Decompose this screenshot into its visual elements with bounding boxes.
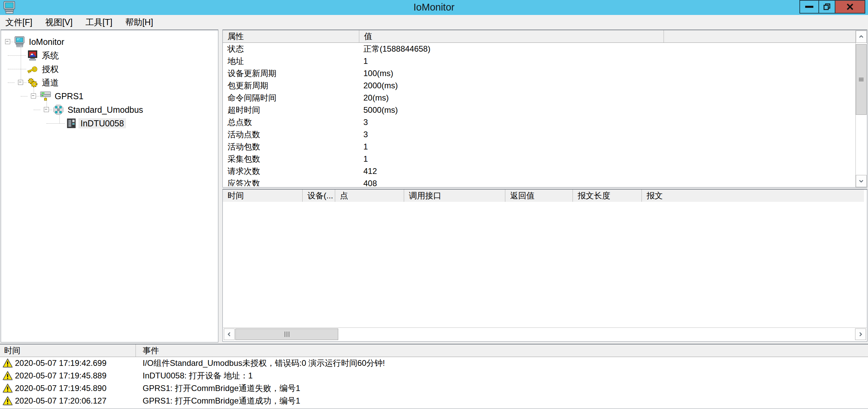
menu-item-tools[interactable]: 工具[T]	[84, 16, 114, 29]
event-header-event[interactable]: 事件	[136, 344, 868, 357]
thumb-grip	[284, 332, 290, 337]
properties-header-name[interactable]: 属性	[223, 30, 359, 42]
property-name: 活动包数	[223, 141, 359, 153]
app-window: IoMonitor 文件[F]视图[V]工具[T]帮助[H]	[0, 0, 868, 409]
property-row[interactable]: 活动包数1	[223, 141, 867, 153]
property-row[interactable]: 命令间隔时间20(ms)	[223, 92, 867, 104]
title-bar: IoMonitor	[0, 0, 868, 15]
event-time: 2020-05-07 17:20:06.127	[15, 395, 107, 407]
minus-icon	[45, 109, 47, 109]
property-name: 命令间隔时间	[223, 92, 359, 104]
device-icon	[66, 118, 77, 129]
tree-node-indtu0058[interactable]: InDTU0058	[1, 117, 218, 130]
tree-connector-line	[23, 83, 26, 83]
event-header-time[interactable]: 时间	[0, 344, 136, 357]
event-log-row[interactable]: 2020-05-07 17:20:06.127GPRS1: 打开CommBrid…	[0, 395, 868, 407]
server-icon	[40, 90, 51, 102]
tree-expand-toggle[interactable]	[5, 39, 10, 44]
scroll-right-button[interactable]	[855, 328, 866, 340]
scroll-left-button[interactable]	[224, 328, 235, 340]
io-header-time[interactable]: 时间	[223, 190, 303, 202]
properties-panel: 属性 值 状态正常(1588844658)地址1设备更新周期100(ms)包更新…	[222, 30, 867, 188]
tree-node-channel[interactable]: 通道	[1, 76, 218, 89]
property-value: 412	[359, 165, 377, 177]
tree-node-label: IoMonitor	[27, 37, 66, 47]
property-row[interactable]: 总点数3	[223, 116, 867, 128]
minus-icon	[32, 95, 34, 96]
menu-item-file[interactable]: 文件[F]	[4, 16, 34, 29]
event-log-row[interactable]: 2020-05-07 17:19:45.890GPRS1: 打开CommBrid…	[0, 382, 868, 395]
tree-node-gprs1[interactable]: GPRS1	[1, 89, 218, 103]
properties-vertical-scrollbar[interactable]	[855, 31, 867, 187]
property-row[interactable]: 包更新周期2000(ms)	[223, 79, 867, 92]
key-icon	[27, 63, 38, 75]
event-log-row[interactable]: 2020-05-07 17:19:45.889InDTU0058: 打开设备 地…	[0, 370, 868, 382]
property-row[interactable]: 状态正常(1588844658)	[223, 43, 867, 55]
property-value: 1	[359, 153, 368, 165]
scroll-thumb[interactable]	[856, 44, 867, 115]
warning-icon	[2, 358, 13, 369]
scroll-thumb[interactable]	[235, 328, 338, 340]
property-value: 2000(ms)	[359, 79, 398, 92]
properties-header: 属性 值	[223, 30, 867, 43]
event-time: 2020-05-07 17:19:45.889	[15, 370, 107, 382]
tree-node-label: InDTU0058	[78, 118, 126, 128]
property-value: 3	[359, 116, 368, 128]
property-row[interactable]: 采集包数1	[223, 153, 867, 165]
menu-item-help[interactable]: 帮助[H]	[124, 16, 155, 29]
properties-header-value[interactable]: 值	[359, 30, 664, 42]
property-row-partial[interactable]: 应答次数408	[223, 177, 867, 186]
property-name: 请求次数	[223, 165, 359, 177]
property-name: 超时时间	[223, 104, 359, 116]
io-header-point[interactable]: 点	[335, 190, 404, 202]
minimize-button[interactable]	[799, 0, 819, 14]
event-log-row[interactable]: 2020-05-07 17:19:42.699I/O组件Standard_Umo…	[0, 357, 868, 370]
io-header-device[interactable]: 设备(...	[303, 190, 335, 202]
close-button[interactable]	[835, 0, 865, 14]
property-name: 活动点数	[223, 128, 359, 141]
io-horizontal-scrollbar[interactable]	[223, 327, 867, 341]
property-value: 100(ms)	[359, 67, 393, 79]
property-row[interactable]: 超时时间5000(ms)	[223, 104, 867, 116]
property-row[interactable]: 请求次数412	[223, 165, 867, 177]
property-row[interactable]: 地址1	[223, 55, 867, 67]
property-value: 3	[359, 128, 368, 141]
window-controls	[800, 0, 865, 14]
tree-node-system[interactable]: 系统	[1, 49, 218, 62]
tree-expand-toggle[interactable]	[31, 93, 36, 99]
event-text: GPRS1: 打开CommBridge通道成功，编号1	[143, 395, 300, 407]
tree-expand-toggle[interactable]	[44, 107, 49, 112]
scroll-up-button[interactable]	[856, 31, 867, 43]
tree-expand-toggle[interactable]	[18, 80, 23, 85]
io-table-header: 时间设备(...点调用接口返回值报文长度报文	[223, 190, 864, 202]
io-header-return-value[interactable]: 返回值	[505, 190, 573, 202]
scroll-down-button[interactable]	[856, 175, 867, 187]
minimize-icon	[805, 6, 813, 8]
io-table-panel: 时间设备(...点调用接口返回值报文长度报文	[222, 189, 867, 342]
menu-item-view[interactable]: 视图[V]	[44, 16, 74, 29]
app-computer-icon	[3, 1, 16, 14]
property-row[interactable]: 设备更新周期100(ms)	[223, 67, 867, 79]
property-row[interactable]: 活动点数3	[223, 128, 867, 141]
restore-button[interactable]	[818, 0, 835, 14]
tree-connector-line	[11, 42, 14, 42]
gears-icon	[27, 77, 38, 88]
component-icon	[53, 104, 64, 115]
property-value: 20(ms)	[359, 92, 389, 104]
chevron-up-icon	[858, 34, 864, 40]
property-value: 1	[359, 141, 368, 153]
properties-header-filler	[664, 30, 867, 42]
property-name: 设备更新周期	[223, 67, 359, 79]
tree-connector-line	[8, 69, 26, 69]
tree-node-license[interactable]: 授权	[1, 62, 218, 76]
io-header-interface[interactable]: 调用接口	[404, 190, 505, 202]
thumb-grip	[859, 77, 864, 82]
io-header-packet[interactable]: 报文	[642, 190, 864, 202]
properties-rows: 状态正常(1588844658)地址1设备更新周期100(ms)包更新周期200…	[223, 43, 867, 186]
tree-node-iomonitor[interactable]: IoMonitor	[1, 35, 218, 49]
window-title: IoMonitor	[414, 0, 455, 14]
tree-node-standard-umodbus[interactable]: Standard_Umodbus	[1, 103, 218, 117]
warning-icon	[2, 383, 13, 394]
io-table-body	[223, 202, 867, 328]
io-header-packet-length[interactable]: 报文长度	[573, 190, 642, 202]
